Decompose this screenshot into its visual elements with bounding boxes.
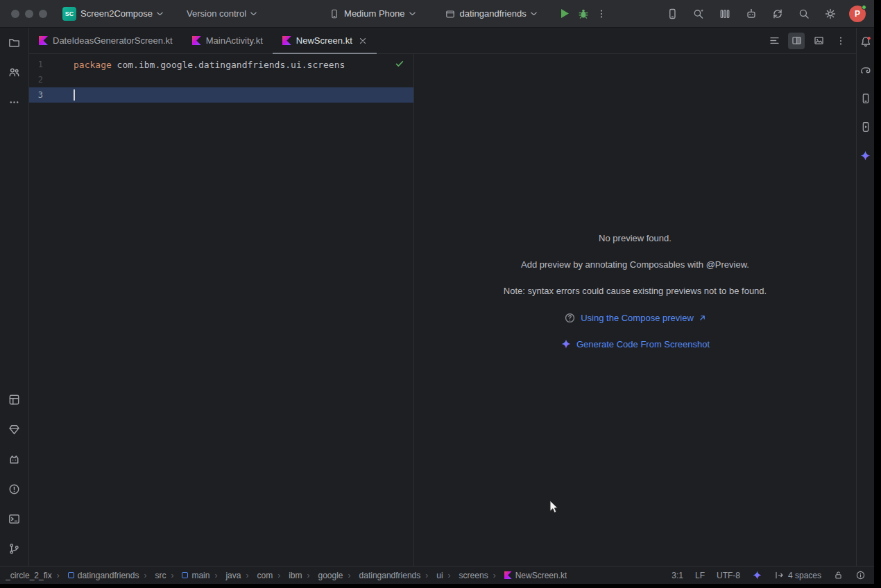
window-minimize-button[interactable]	[25, 10, 33, 18]
external-link-icon	[699, 314, 706, 322]
structure-tool-button[interactable]	[7, 64, 22, 80]
sync-icon	[771, 8, 784, 20]
people-icon	[8, 66, 21, 79]
generate-code-row: Generate Code From Screenshot	[561, 338, 710, 349]
breadcrumb-label: ibm	[289, 571, 302, 580]
debug-button[interactable]	[574, 5, 592, 23]
breadcrumb-item[interactable]: google	[302, 571, 343, 580]
breadcrumb-item[interactable]: main	[166, 571, 209, 580]
breadcrumb-item[interactable]: screens	[443, 571, 488, 580]
project-selector[interactable]: SC Screen2Compose	[62, 7, 163, 21]
gemini-sparkle-icon	[752, 570, 762, 580]
compose-preview-help: Using the Compose preview	[564, 312, 706, 323]
indent-widget[interactable]: 4 spaces	[774, 570, 821, 580]
columns-button[interactable]	[717, 6, 733, 21]
window-close-button[interactable]	[11, 10, 19, 18]
more-run-options-button[interactable]	[592, 5, 610, 23]
writable-widget[interactable]	[833, 570, 844, 580]
status-bar: _circle_2_fix datingandfriends src main …	[0, 566, 874, 584]
design-view-icon	[813, 35, 825, 46]
window-zoom-button[interactable]	[39, 10, 47, 18]
ai-status-widget[interactable]	[752, 570, 762, 580]
line-separator-widget[interactable]: LF	[695, 571, 705, 580]
run-configuration-selector[interactable]: datingandfriends	[445, 8, 537, 19]
caret-position-widget[interactable]: 3:1	[672, 571, 683, 580]
help-icon[interactable]	[564, 312, 576, 324]
code-editor[interactable]: 1 package com.ibm.google.datingandfriend…	[29, 54, 414, 566]
indent-label: 4 spaces	[788, 571, 821, 580]
design-view-button[interactable]	[810, 33, 827, 49]
tab-mainactivity[interactable]: MainActivity.kt	[182, 28, 273, 53]
version-control-tool-button[interactable]	[7, 541, 22, 556]
gemini-sparkle-icon	[859, 150, 871, 162]
compose-preview-panel[interactable]: No preview found. Add preview by annotat…	[414, 54, 856, 566]
breadcrumb-item[interactable]: datingandfriends	[52, 571, 139, 580]
split-view-button[interactable]	[788, 33, 805, 49]
version-control-selector[interactable]: Version control	[187, 8, 257, 19]
preview-message: No preview found.	[599, 233, 672, 244]
problems-tool-button[interactable]	[7, 481, 22, 496]
tab-newscreen[interactable]: NewScreen.kt	[273, 28, 377, 53]
notifications-button[interactable]	[859, 35, 873, 49]
kotlin-file-icon	[39, 36, 48, 45]
device-selector[interactable]: Medium Phone	[329, 8, 415, 19]
folder-icon	[8, 36, 21, 49]
breadcrumb-item[interactable]: ibm	[273, 571, 302, 580]
gem-icon	[8, 423, 21, 436]
code-view-button[interactable]	[766, 33, 782, 49]
breadcrumb-item[interactable]: src	[139, 571, 166, 580]
tab-dateideasgeneratorscreen[interactable]: DateIdeasGeneratorScreen.kt	[29, 28, 182, 53]
bell-icon	[859, 35, 872, 48]
design-tool-button[interactable]	[7, 392, 22, 407]
code-line-3-current: 3	[29, 87, 413, 103]
inspections-status[interactable]	[394, 58, 405, 71]
device-mirror-button[interactable]	[665, 6, 680, 21]
line-number[interactable]: 2	[29, 75, 43, 85]
gradle-sync-button[interactable]	[770, 6, 785, 21]
breadcrumb-label: src	[155, 571, 166, 580]
tab-close-icon[interactable]	[359, 37, 367, 45]
breadcrumb-item[interactable]: com	[241, 571, 273, 580]
check-icon	[394, 58, 405, 69]
assistant-button[interactable]	[744, 6, 759, 21]
device-phone-icon	[859, 92, 872, 105]
generate-code-link[interactable]: Generate Code From Screenshot	[576, 339, 710, 349]
package-path: com.ibm.google.datingandfriends.ui.scree…	[112, 60, 345, 70]
run-button[interactable]	[556, 5, 574, 23]
logcat-tool-button[interactable]	[7, 451, 22, 467]
search-everywhere-button[interactable]	[796, 6, 812, 21]
device-manager-button[interactable]	[859, 92, 873, 105]
phone-mirror-icon	[666, 8, 678, 20]
breadcrumb-item-file[interactable]: NewScreen.kt	[488, 571, 567, 580]
breadcrumb-item[interactable]: ui	[420, 571, 443, 580]
ai-search-button[interactable]	[691, 6, 706, 21]
line-number[interactable]: 1	[29, 60, 43, 69]
text-caret	[74, 89, 75, 101]
kebab-icon	[835, 35, 846, 46]
left-toolbar	[0, 28, 29, 566]
resource-manager-button[interactable]	[7, 422, 22, 437]
gradle-button[interactable]	[859, 63, 873, 77]
meatballs-icon	[8, 96, 20, 108]
more-tool-windows-button[interactable]	[7, 94, 22, 110]
indent-icon	[774, 570, 785, 580]
elephant-icon	[859, 64, 872, 76]
titlebar: SC Screen2Compose Version control Medium…	[0, 0, 874, 28]
problems-icon	[8, 483, 21, 496]
breadcrumb-item[interactable]: datingandfriends	[343, 571, 421, 580]
terminal-tool-button[interactable]	[7, 511, 22, 526]
editor-options-button[interactable]	[832, 33, 849, 49]
running-devices-button[interactable]	[859, 120, 873, 134]
breadcrumb-item[interactable]: _circle_2_fix	[6, 571, 52, 580]
project-tool-button[interactable]	[7, 35, 22, 50]
breadcrumb-item[interactable]: java	[209, 571, 241, 580]
gemini-button[interactable]	[859, 148, 873, 162]
compose-preview-doc-link[interactable]: Using the Compose preview	[581, 313, 694, 323]
phone-icon	[329, 8, 340, 19]
settings-button[interactable]	[823, 6, 838, 21]
line-number[interactable]: 3	[29, 90, 43, 100]
info-widget[interactable]	[855, 570, 866, 580]
avatar[interactable]: P	[849, 6, 866, 22]
terminal-icon	[8, 512, 21, 526]
encoding-widget[interactable]: UTF-8	[717, 571, 740, 580]
